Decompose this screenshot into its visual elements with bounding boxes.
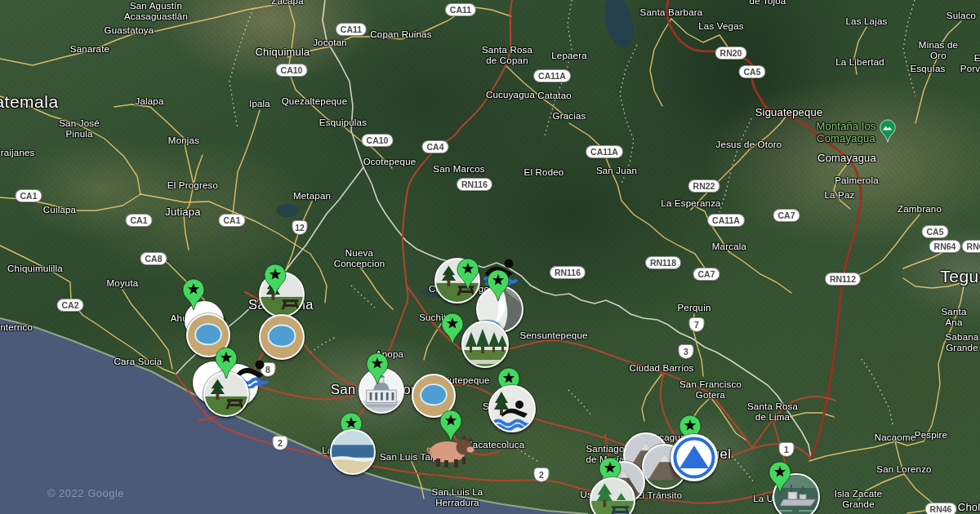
map-pin[interactable] <box>365 352 390 390</box>
beach-poi[interactable] <box>330 429 376 475</box>
map-pin[interactable] <box>486 269 510 307</box>
map-canvas[interactable]: San Agustín AcasaguastlánGuastatoyaSanar… <box>0 0 980 514</box>
lake-poi[interactable] <box>259 314 305 360</box>
peak-poi[interactable] <box>670 434 718 481</box>
forest-poi[interactable] <box>461 321 509 368</box>
map-pin[interactable] <box>181 278 206 316</box>
map-pin[interactable] <box>768 461 792 498</box>
map-pin[interactable] <box>456 258 480 295</box>
markers-layer <box>0 0 980 514</box>
park-marker[interactable] <box>879 119 897 147</box>
map-pin[interactable] <box>214 347 238 384</box>
map-pin[interactable] <box>439 410 463 447</box>
swim-park-poi[interactable] <box>488 385 536 432</box>
map-pin[interactable] <box>263 264 287 301</box>
